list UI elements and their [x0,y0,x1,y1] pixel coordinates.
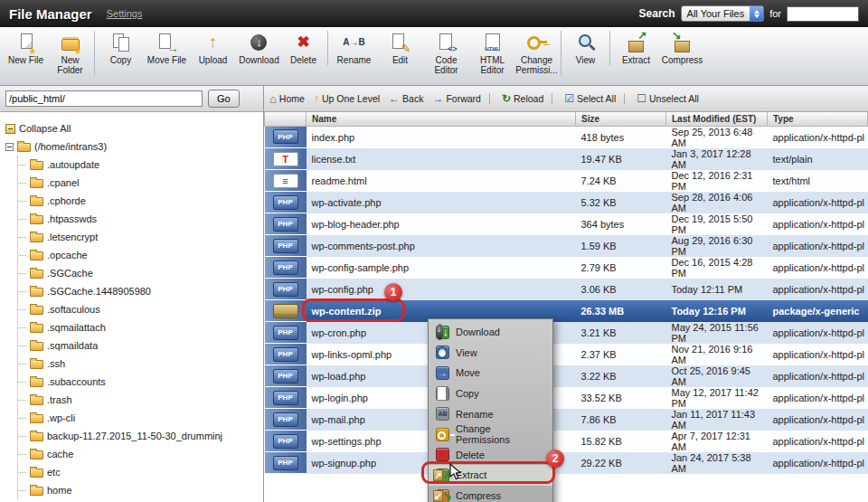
folder-icon [30,288,43,297]
tree-folder-item[interactable]: etc [18,463,263,481]
column-header[interactable]: Last Modified (EST) [666,112,768,126]
file-name[interactable]: license.txt [307,148,576,170]
tree-folder-item[interactable]: .SGCache.1448905980 [18,282,263,300]
settings-link[interactable]: Settings [107,8,143,19]
collapse-expander-icon[interactable] [5,143,14,151]
file-nav-item[interactable]: Up One Level [314,93,380,104]
file-name[interactable]: wp-config-sample.php [307,257,576,279]
table-row[interactable]: wp-comments-post.php 1.59 KB Aug 29, 201… [265,235,868,257]
tree-folder-item[interactable]: .htpasswds [18,210,263,228]
tree-folder-item[interactable]: .subaccounts [18,373,263,391]
file-name[interactable]: wp-config.php [307,279,576,300]
file-nav-item[interactable]: Select All [564,93,625,104]
toolbar-button[interactable]: Extract [613,31,659,65]
file-modified: Jan 24, 2017 5:38 AM [666,452,768,474]
table-row[interactable]: wp-login.php 33.52 KB May 12, 2017 11:42… [265,387,868,409]
file-nav-item[interactable]: Forward [432,93,490,104]
toolbar-button[interactable]: Change Permissi... [515,31,561,75]
tree-folder-item[interactable]: .letsencrypt [18,228,263,246]
file-name[interactable]: readme.html [307,170,576,192]
table-row[interactable]: wp-config-sample.php 2.79 KB Dec 16, 201… [265,257,868,279]
table-row[interactable]: wp-activate.php 5.32 KB Sep 28, 2016 4:0… [265,192,868,213]
search-input[interactable] [787,6,859,22]
toolbar-button[interactable]: Delete [282,31,328,65]
tree-folder-item[interactable]: .SGCache [18,264,263,282]
path-input[interactable] [5,90,203,107]
file-modified: Nov 21, 2016 9:16 AM [666,344,768,365]
toolbar-button[interactable]: Download [236,31,282,65]
toolbar-button[interactable]: Rename [331,31,377,65]
table-row[interactable]: license.txt 19.47 KB Jan 3, 2017 12:28 A… [265,148,868,170]
tree-folder-item[interactable]: .sqmailattach [18,318,263,336]
table-row[interactable]: readme.html 7.24 KB Dec 12, 2016 2:31 PM… [265,170,868,192]
folder-icon [30,306,43,315]
table-row[interactable]: wp-links-opml.php 2.37 KB Nov 21, 2016 9… [265,344,868,365]
tree-folder-item[interactable]: .trash [18,391,263,409]
toolbar-button[interactable]: HTML Editor [469,31,515,75]
file-name[interactable]: wp-activate.php [307,192,576,213]
table-row[interactable]: wp-settings.php 15.82 KB Apr 7, 2017 12:… [265,431,868,452]
toolbar-button[interactable]: Edit [377,31,423,65]
tree-root[interactable]: (/home/intrans3) [5,137,263,156]
file-nav-item[interactable]: Unselect All [637,93,699,104]
file-nav-item[interactable]: Back [389,93,423,104]
table-row[interactable]: wp-cron.php 3.21 KB May 24, 2015 11:56 P… [265,322,868,344]
toolbar-button[interactable]: New File [3,31,49,65]
toolbar-button[interactable]: View [564,31,610,65]
toolbar-button[interactable]: Move File [144,31,190,65]
context-menu-item[interactable]: Copy [429,384,552,404]
toolbar-button[interactable]: New Folder [49,31,95,75]
context-menu-item[interactable]: Extract [429,465,552,486]
table-row[interactable]: index.php 418 bytes Sep 25, 2013 6:48 AM… [265,126,868,148]
table-row[interactable]: wp-config.php 3.06 KB Today 12:11 PM app… [265,279,868,300]
tree-connector [18,237,26,238]
file-name[interactable]: wp-comments-post.php [307,235,576,257]
context-menu-item[interactable]: View [429,343,552,364]
sidebar: Go Collapse All (/home/intrans3) .autoup… [0,86,264,502]
tree-folder-item[interactable]: .opcache [18,246,263,264]
file-name[interactable]: wp-blog-header.php [307,213,576,235]
folder-icon [30,233,43,242]
tree-folder-item[interactable]: .cphorde [18,192,263,210]
tree-folder-item[interactable]: cache [18,445,263,463]
file-name[interactable]: index.php [307,126,576,148]
table-row[interactable]: wp-signup.php 29.22 KB Jan 24, 2017 5:38… [265,452,868,474]
file-type: application/x-httpd-pl [768,322,868,344]
tree-folder-item[interactable]: .ssh [18,355,263,373]
table-row[interactable]: wp-blog-header.php 364 bytes Dec 19, 201… [265,213,868,235]
collapse-all[interactable]: Collapse All [5,119,263,137]
tree-folder-item[interactable]: .wp-cli [18,409,263,427]
file-size: 33.52 KB [576,387,666,409]
context-menu-item[interactable]: Rename [429,403,552,424]
context-menu-item[interactable]: Delete [429,445,552,466]
tree-folder-item[interactable]: backup-11.27.2015_11-50-30_drumminj [18,427,263,445]
tree-folder-item[interactable]: .sqmaildata [18,336,263,355]
go-button[interactable]: Go [208,90,240,108]
table-row[interactable]: wp-load.php 3.22 KB Oct 25, 2016 9:45 AM… [265,365,868,387]
toolbar-button[interactable]: Compress [659,31,705,65]
file-nav-item[interactable]: Reload [502,93,552,104]
tree-folder-item[interactable]: .autoupdate [18,156,263,174]
context-menu-item[interactable]: Change Permissions [429,424,552,445]
toolbar-button[interactable]: Copy [98,31,144,65]
tree-folder-item[interactable]: home [18,481,263,499]
file-nav-item[interactable]: Home [269,93,305,105]
table-row[interactable]: wp-content.zip 26.33 MB Today 12:16 PM p… [265,300,868,322]
toolbar-button-label: Change Permissi... [515,55,558,75]
column-header[interactable]: Name [307,112,576,126]
toolbar-button[interactable]: Code Editor [423,31,469,75]
column-header[interactable]: Size [576,112,666,126]
tree-folder-item[interactable]: .cpanel [18,174,263,192]
tree-folder-label: backup-11.27.2015_11-50-30_drumminj [47,431,222,441]
table-row[interactable]: wp-mail.php 7.86 KB Jan 11, 2017 11:43 A… [265,409,868,431]
toolbar-button[interactable]: Upload [190,31,236,65]
toolbar-button-label: Extract [613,55,659,65]
tree-folder-item[interactable]: .softaculous [18,300,263,318]
search-scope-select[interactable]: All Your Files [681,5,765,22]
tree-connector [18,454,26,455]
context-menu-item[interactable]: Move [429,363,552,384]
context-menu-item[interactable]: Download [429,322,552,343]
context-menu-item[interactable]: Compress [429,486,552,502]
file-type-icon [273,152,298,166]
column-header[interactable]: Type [768,112,868,126]
